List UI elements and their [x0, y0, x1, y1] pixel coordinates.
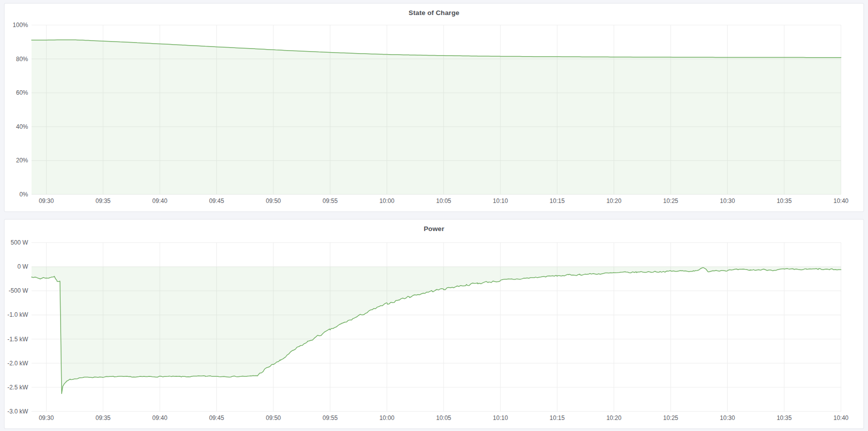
x-tick-label: 09:50: [266, 197, 281, 204]
x-tick-label: 09:30: [39, 197, 54, 204]
x-tick-label: 10:30: [720, 414, 735, 421]
power-chart[interactable]: 500 W0 W-500 W-1.0 kW-1.5 kW-2.0 kW-2.5 …: [5, 220, 863, 428]
x-tick-label: 10:25: [663, 197, 678, 204]
x-tick-label: 09:35: [96, 414, 111, 421]
x-tick-label: 10:05: [436, 414, 451, 421]
x-tick-label: 09:40: [152, 414, 167, 421]
y-tick-label: 0%: [20, 191, 29, 198]
y-tick-label: 500 W: [11, 239, 28, 246]
x-tick-label: 10:30: [720, 197, 735, 204]
panel-power: Power 500 W0 W-500 W-1.0 kW-1.5 kW-2.0 k…: [4, 219, 864, 429]
x-tick-label: 10:40: [833, 197, 848, 204]
y-tick-label: -1.5 kW: [8, 336, 29, 343]
x-tick-label: 10:15: [549, 414, 564, 421]
x-tick-label: 09:35: [96, 197, 111, 204]
y-tick-label: -3.0 kW: [8, 408, 29, 415]
x-tick-label: 09:55: [323, 414, 338, 421]
y-tick-label: 60%: [16, 89, 28, 96]
x-tick-label: 09:45: [209, 197, 224, 204]
x-tick-label: 10:35: [777, 197, 792, 204]
panel-state-of-charge: State of Charge 100%80%60%40%20%0%09:300…: [4, 3, 864, 212]
x-tick-label: 10:20: [607, 414, 622, 421]
power-chart-plot-area[interactable]: 500 W0 W-500 W-1.0 kW-1.5 kW-2.0 kW-2.5 …: [5, 220, 863, 428]
x-tick-label: 09:45: [209, 414, 224, 421]
x-tick-label: 10:10: [493, 197, 508, 204]
y-tick-label: -2.5 kW: [8, 384, 29, 391]
x-tick-label: 09:50: [266, 414, 281, 421]
x-tick-label: 10:10: [493, 414, 508, 421]
x-tick-label: 10:25: [663, 414, 678, 421]
x-tick-label: 09:30: [39, 414, 54, 421]
y-tick-label: 0 W: [18, 263, 29, 270]
y-tick-label: -500 W: [9, 287, 28, 294]
x-tick-label: 10:05: [436, 197, 451, 204]
y-tick-label: 80%: [16, 56, 28, 63]
x-tick-label: 10:00: [379, 414, 394, 421]
x-tick-label: 09:40: [152, 197, 167, 204]
series-area: [32, 267, 841, 393]
series-area: [32, 40, 841, 194]
y-tick-label: 100%: [13, 22, 28, 29]
state-of-charge-chart-plot-area[interactable]: 100%80%60%40%20%0%09:3009:3509:4009:4509…: [5, 4, 863, 211]
x-tick-label: 09:55: [323, 197, 338, 204]
state-of-charge-chart[interactable]: 100%80%60%40%20%0%09:3009:3509:4009:4509…: [5, 4, 863, 211]
x-tick-label: 10:00: [379, 197, 394, 204]
x-tick-label: 10:35: [777, 414, 792, 421]
y-tick-label: -2.0 kW: [8, 360, 29, 367]
x-tick-label: 10:40: [833, 414, 848, 421]
y-tick-label: 40%: [16, 123, 28, 130]
x-tick-label: 10:20: [607, 197, 622, 204]
y-tick-label: 20%: [16, 157, 28, 164]
x-tick-label: 10:15: [549, 197, 564, 204]
y-tick-label: -1.0 kW: [8, 311, 29, 318]
